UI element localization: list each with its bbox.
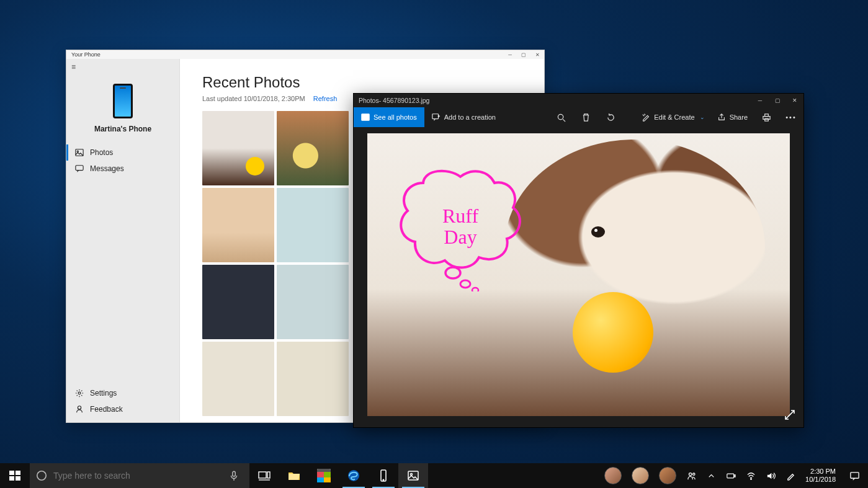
magnifier-icon [557,113,566,122]
phone-name-label: Martina's Phone [66,125,179,133]
share-icon [717,113,726,122]
search-input[interactable] [53,471,218,481]
tray-expand-button[interactable] [701,463,721,488]
rotate-button[interactable] [598,107,623,127]
nav-messages[interactable]: Messages [66,161,179,177]
notification-icon [849,471,860,481]
close-button[interactable]: ✕ [530,50,544,59]
feedback-icon [75,405,84,414]
your-phone-app[interactable] [369,463,398,488]
nav-settings-label: Settings [90,389,117,397]
svg-point-4 [78,406,81,409]
see-all-photos-label: See all photos [374,113,417,121]
refresh-link[interactable]: Refresh [313,95,338,102]
print-button[interactable] [754,107,779,127]
gallery-icon [361,113,370,122]
edit-create-label: Edit & Create [654,113,694,121]
folder-icon [287,469,301,482]
task-view-button[interactable] [249,463,279,488]
zoom-button[interactable] [548,107,573,127]
svg-point-28 [692,473,694,475]
add-to-creation-label: Add to a creation [444,113,496,121]
svg-rect-14 [9,471,14,475]
photo-thumbnail[interactable] [277,188,349,262]
see-all-photos-button[interactable]: See all photos [354,107,424,127]
share-label: Share [730,113,748,121]
action-center-button[interactable] [841,463,868,488]
annotation-line2: Day [444,226,477,248]
svg-rect-17 [16,476,20,481]
fullscreen-button[interactable] [784,409,796,421]
photo-thumbnail[interactable] [202,111,274,185]
svg-rect-5 [362,114,369,121]
battery-button[interactable] [721,463,741,488]
photo-thumbnail[interactable] [202,265,274,339]
clock-date: 10/1/2018 [805,476,836,484]
photos-window: Photos- 4567890123.jpg ─ ▢ ✕ See all pho… [353,93,804,428]
delete-button[interactable] [573,107,598,127]
svg-rect-10 [764,118,768,121]
svg-point-31 [750,478,751,479]
close-button[interactable]: ✕ [786,94,803,107]
nav-feedback[interactable]: Feedback [66,401,179,417]
maximize-button[interactable]: ▢ [769,94,786,107]
svg-rect-19 [233,471,236,476]
svg-rect-21 [267,472,270,478]
your-phone-title: Your Phone [69,51,101,58]
microphone-button[interactable] [225,470,243,481]
your-phone-titlebar[interactable]: Your Phone ─ ▢ ✕ [66,50,544,59]
svg-rect-20 [259,472,266,478]
start-button[interactable] [0,463,30,488]
clock[interactable]: 2:30 PM 10/1/2018 [800,463,841,488]
photo-viewport[interactable]: Ruff Day [354,127,803,427]
ink-workspace-button[interactable] [781,463,800,488]
edge-app[interactable] [339,463,369,488]
add-to-creation-button[interactable]: Add to a creation [424,107,503,127]
minimize-button[interactable]: ─ [503,50,517,59]
edge-icon [347,469,360,482]
search-box[interactable] [30,463,249,488]
photo-thumbnail[interactable] [277,265,349,339]
battery-icon [727,471,736,481]
svg-rect-29 [727,474,733,478]
svg-rect-15 [16,471,20,475]
svg-point-11 [445,267,460,278]
people-button[interactable] [681,463,701,488]
volume-button[interactable] [761,463,781,488]
svg-rect-2 [76,166,83,171]
minimize-button[interactable]: ─ [751,94,769,107]
pinned-contact[interactable] [632,467,649,484]
printer-icon [762,113,771,122]
messages-icon [75,164,84,173]
gear-icon [75,389,84,397]
more-button[interactable]: ••• [779,107,803,127]
hamburger-icon[interactable]: ≡ [66,59,179,75]
maximize-button[interactable]: ▢ [517,50,530,59]
pen-icon [786,471,795,481]
cortana-icon [36,470,47,481]
photos-app[interactable] [398,463,428,488]
share-button[interactable]: Share [711,107,754,127]
svg-point-1 [77,151,78,152]
nav-photos-label: Photos [90,148,113,157]
edit-create-button[interactable]: Edit & Create ⌄ [635,107,710,127]
speaker-icon [766,471,776,481]
svg-point-13 [472,288,478,291]
photos-icon [75,148,84,157]
wifi-button[interactable] [741,463,761,488]
svg-point-12 [460,280,470,288]
photo-thumbnail[interactable] [277,342,349,416]
photos-titlebar[interactable]: Photos- 4567890123.jpg ─ ▢ ✕ [354,94,803,107]
pinned-contact[interactable] [659,467,676,484]
store-app[interactable] [309,463,339,488]
explorer-app[interactable] [279,463,309,488]
photo-thumbnail[interactable] [277,111,349,185]
pinned-contact[interactable] [604,467,622,484]
nav-settings[interactable]: Settings [66,385,179,401]
svg-rect-6 [432,114,439,119]
windows-logo-icon [8,469,22,482]
nav-photos[interactable]: Photos [66,144,179,161]
photo-thumbnail[interactable] [202,188,274,262]
photo-thumbnail[interactable] [202,342,274,416]
svg-point-3 [78,392,81,394]
